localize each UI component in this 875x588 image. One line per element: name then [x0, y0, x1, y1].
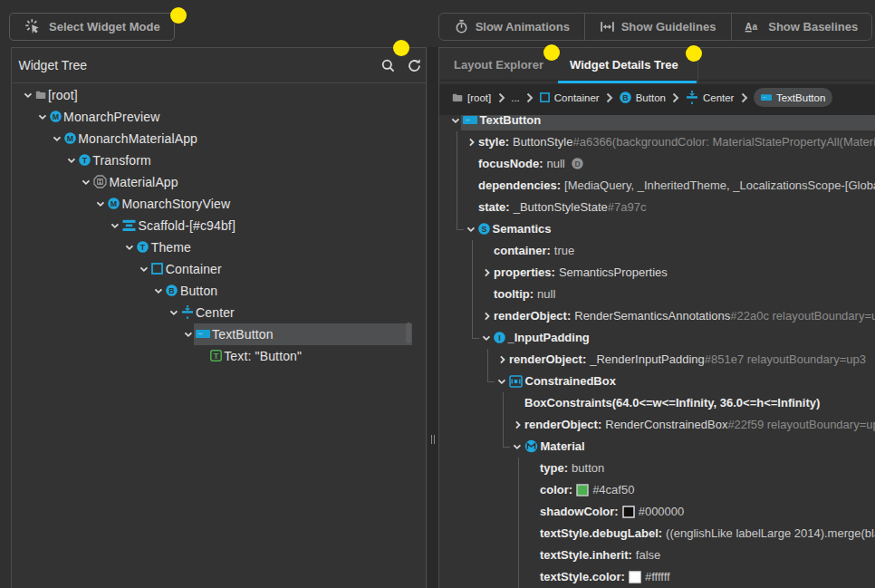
- svg-text:T: T: [82, 156, 88, 165]
- svg-text:S: S: [482, 225, 487, 234]
- svg-text:I: I: [498, 333, 500, 342]
- svg-text:M: M: [67, 134, 73, 143]
- svg-text:T: T: [140, 243, 146, 252]
- svg-text:M: M: [52, 112, 58, 121]
- svg-text:D: D: [574, 159, 580, 169]
- svg-text:M: M: [111, 199, 117, 208]
- svg-text:a: a: [753, 22, 758, 32]
- svg-text:B: B: [169, 286, 175, 295]
- svg-text:T: T: [213, 352, 218, 361]
- svg-text:A: A: [745, 21, 753, 32]
